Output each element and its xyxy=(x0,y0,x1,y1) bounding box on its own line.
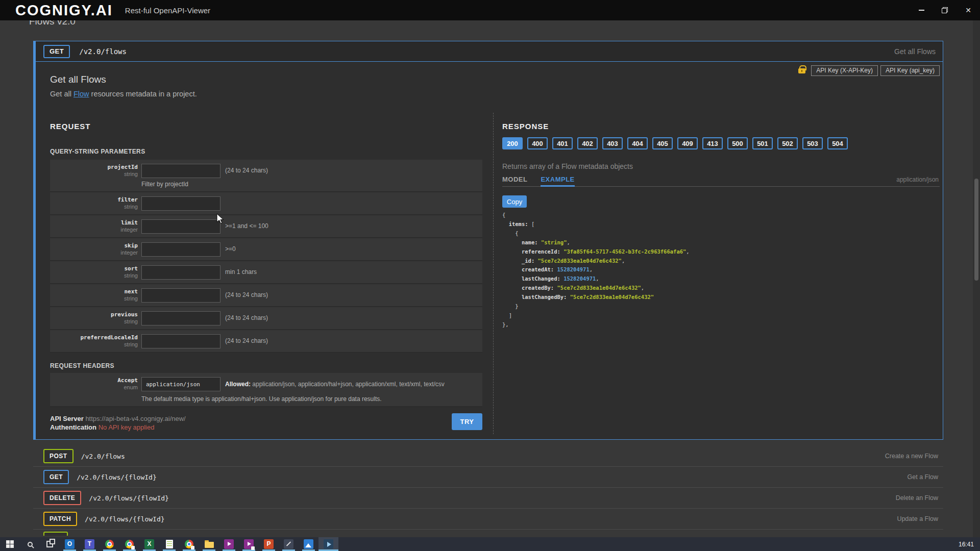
restore-icon xyxy=(942,7,948,13)
param-label: preferredLocaleIdstring xyxy=(50,334,138,348)
close-button[interactable]: ✕ xyxy=(957,0,980,20)
code-line: ] xyxy=(502,311,940,320)
status-code-500[interactable]: 500 xyxy=(727,137,748,149)
param-row: skipinteger>=0 xyxy=(50,238,482,261)
api-key-button[interactable]: API Key (api_key) xyxy=(880,65,940,76)
param-hint: min 1 chars xyxy=(225,265,257,280)
endpoint-row-patch[interactable]: PATCH/v2.0/flows/{flowId}Update a Flow xyxy=(33,509,943,530)
param-type: string xyxy=(50,272,138,279)
scrollbar-track[interactable] xyxy=(973,20,980,537)
param-input-skip[interactable] xyxy=(141,242,220,257)
taskbar-icons: OTXP xyxy=(0,537,338,551)
close-icon: ✕ xyxy=(965,7,971,14)
file-explorer-icon-glyph xyxy=(205,542,214,548)
param-input-limit[interactable] xyxy=(141,219,220,234)
param-input-filter[interactable] xyxy=(141,196,220,211)
task-view-icon-glyph xyxy=(46,541,53,547)
titlebar: COGNIGY.AI Rest-ful OpenAPI-Viewer ✕ xyxy=(0,0,980,20)
param-input-preferredLocaleId[interactable] xyxy=(141,334,220,348)
status-code-400[interactable]: 400 xyxy=(527,137,548,149)
endpoint-path: /v2.0/flows/{flowId} xyxy=(85,515,165,523)
endpoint-panel-header[interactable]: GET /v2.0/flows Get all Flows xyxy=(36,41,943,62)
chrome-icon[interactable] xyxy=(100,537,119,551)
endpoint-summary: Delete an Flow xyxy=(896,494,938,502)
status-code-401[interactable]: 401 xyxy=(552,137,573,149)
scrollbar-thumb[interactable] xyxy=(974,179,978,281)
query-params-table: projectIdstringFilter by projectId(24 to… xyxy=(50,160,482,353)
status-code-403[interactable]: 403 xyxy=(602,137,623,149)
param-main xyxy=(141,196,220,211)
param-row: projectIdstringFilter by projectId(24 to… xyxy=(50,160,482,192)
endpoint-row-delete[interactable]: DELETE/v2.0/flows/{flowId}Delete an Flow xyxy=(33,488,943,509)
chrome-profile-icon[interactable] xyxy=(119,537,139,551)
param-input-next[interactable] xyxy=(141,288,220,303)
param-label: previousstring xyxy=(50,311,138,325)
accept-input[interactable] xyxy=(141,377,220,391)
param-type: string xyxy=(50,295,138,302)
status-code-502[interactable]: 502 xyxy=(777,137,798,149)
try-button[interactable]: TRY xyxy=(452,413,482,430)
chrome-profile2-icon[interactable] xyxy=(179,537,199,551)
copy-button[interactable]: Copy xyxy=(502,195,527,208)
window-title: Rest-ful OpenAPI-Viewer xyxy=(125,6,210,15)
restore-button[interactable] xyxy=(933,0,957,20)
status-code-413[interactable]: 413 xyxy=(702,137,723,149)
param-main xyxy=(141,334,220,348)
flow-link[interactable]: Flow xyxy=(74,90,89,98)
screen-capture-icon[interactable] xyxy=(239,537,259,551)
param-input-previous[interactable] xyxy=(141,311,220,325)
code-line: _id: "5ce7c2d833ea1e04d7e6c432", xyxy=(502,257,940,266)
chrome-profile2-icon-glyph xyxy=(185,540,193,548)
start-button[interactable] xyxy=(0,537,20,551)
param-input-sort[interactable] xyxy=(141,265,220,280)
param-name: filter xyxy=(50,196,138,204)
status-code-405[interactable]: 405 xyxy=(652,137,673,149)
endpoint-row-post[interactable]: POST/v2.0/flowsCreate a new Flow xyxy=(33,446,943,467)
taskbar-clock[interactable]: 16:41 xyxy=(959,541,974,548)
tab-example[interactable]: EXAMPLE xyxy=(541,176,574,183)
task-view-icon[interactable] xyxy=(40,537,60,551)
status-code-501[interactable]: 501 xyxy=(752,137,773,149)
method-badge xyxy=(43,532,68,536)
notes-app-icon[interactable] xyxy=(159,537,179,551)
server-block: API Server https://api-beta-v4.cognigy.a… xyxy=(50,414,482,437)
endpoint-row-get[interactable]: GET/v2.0/flows/{flowId}Get a Flow xyxy=(33,467,943,488)
method-badge: GET xyxy=(43,45,70,58)
minimize-button[interactable] xyxy=(910,0,933,20)
video-recorder-icon[interactable] xyxy=(219,537,239,551)
outlook-icon[interactable]: O xyxy=(60,537,80,551)
operation-title: Get all Flows xyxy=(50,74,106,85)
file-explorer-icon[interactable] xyxy=(199,537,219,551)
search-icon-glyph xyxy=(28,542,33,547)
photos-icon[interactable] xyxy=(299,537,318,551)
api-server-url: https://api-beta-v4.cognigy.ai/new/ xyxy=(85,415,185,422)
tab-model[interactable]: MODEL xyxy=(502,176,527,183)
endpoint-summary: Update a Flow xyxy=(897,515,938,522)
param-hint: >=1 and <= 100 xyxy=(225,219,268,234)
powerpoint-icon[interactable]: P xyxy=(259,537,279,551)
param-row: filterstring xyxy=(50,192,482,215)
param-hint: (24 to 24 chars) xyxy=(225,311,268,325)
section-heading: Flows v2.0 xyxy=(29,20,76,27)
excel-icon[interactable]: X xyxy=(139,537,159,551)
teams-icon[interactable]: T xyxy=(80,537,100,551)
param-input-projectId[interactable] xyxy=(141,164,220,178)
status-code-503[interactable]: 503 xyxy=(802,137,823,149)
openapi-viewer-icon[interactable] xyxy=(318,537,338,551)
outlook-icon-glyph: O xyxy=(65,539,75,549)
snip-editor-icon[interactable] xyxy=(279,537,299,551)
mouse-cursor xyxy=(216,213,225,224)
status-code-409[interactable]: 409 xyxy=(677,137,698,149)
status-code-504[interactable]: 504 xyxy=(827,137,848,149)
status-code-402[interactable]: 402 xyxy=(577,137,598,149)
api-key-button[interactable]: API Key (X-API-Key) xyxy=(811,65,878,76)
param-label: sortstring xyxy=(50,265,138,280)
endpoint-row-partial[interactable] xyxy=(33,530,943,536)
status-code-404[interactable]: 404 xyxy=(627,137,648,149)
param-name: Accept xyxy=(50,377,138,384)
code-line: createdBy: "5ce7c2d833ea1e04d7e6c432", xyxy=(502,284,940,293)
param-name: projectId xyxy=(50,164,138,171)
status-code-200[interactable]: 200 xyxy=(502,137,523,149)
code-line: } xyxy=(502,302,940,311)
search-icon[interactable] xyxy=(20,537,40,551)
